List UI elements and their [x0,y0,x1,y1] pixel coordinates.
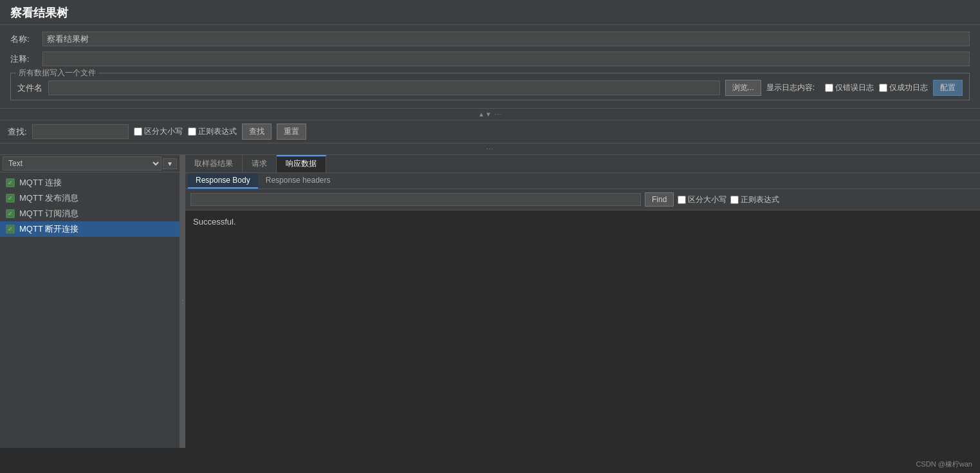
error-log-option[interactable]: 仅错误日志 [825,82,874,93]
success-icon-1: ✓ [6,178,15,187]
response-find-button[interactable]: Find [645,192,674,207]
sub-tab-response-headers[interactable]: Response headers [258,173,338,189]
name-row: 名称: [10,29,970,49]
name-label: 名称: [10,33,42,45]
divider-dots-2: ··· [486,145,494,153]
resize-handle[interactable]: ⋮ [180,155,185,448]
tree-item[interactable]: ✓ MQTT 订阅消息 [0,206,180,221]
sub-tabs-bar: Response Body Response headers [185,173,980,189]
tabs-bar: 取样器结果 请求 响应数据 [185,155,980,173]
response-body: Successful. [185,210,980,448]
left-toolbar: Text JSON XML HTML ▼ [0,155,180,172]
view-type-dropdown[interactable]: Text JSON XML HTML [3,156,162,171]
success-log-checkbox[interactable] [879,84,887,92]
tree-item-label-4: MQTT 断开连接 [19,223,79,235]
tab-sampler-results[interactable]: 取样器结果 [185,155,243,172]
response-regex-option[interactable]: 正则表达式 [730,194,779,205]
page-title: 察看结果树 [10,6,68,19]
response-body-text: Successful. [193,217,236,227]
find-button[interactable]: 查找 [242,124,272,140]
comment-label: 注释: [10,53,42,65]
tab-response-data[interactable]: 响应数据 [277,155,326,172]
name-input[interactable] [42,32,970,46]
filename-label: 文件名 [17,82,43,94]
search-label: 查找: [8,126,27,138]
tree-list: ✓ MQTT 连接 ✓ MQTT 发布消息 ✓ MQTT 订阅消息 ✓ [0,172,180,448]
main-content: Text JSON XML HTML ▼ ✓ MQTT 连接 ✓ MQTT 发布… [0,155,980,448]
response-regex-label: 正则表达式 [741,194,779,205]
regex-option[interactable]: 正则表达式 [188,126,237,137]
dropdown-arrow-button[interactable]: ▼ [163,158,177,169]
tree-item-label-1: MQTT 连接 [19,177,62,189]
case-sensitive-checkbox[interactable] [134,127,142,136]
regex-label: 正则表达式 [198,126,237,137]
case-sensitive-option[interactable]: 区分大小写 [134,126,183,137]
error-log-checkbox[interactable] [825,84,833,92]
right-panel: 取样器结果 请求 响应数据 Response Body Response hea… [185,155,980,448]
file-row: 文件名 浏览... 显示日志内容: 仅错误日志 仅成功日志 配置 [17,80,963,96]
browse-button[interactable]: 浏览... [725,80,761,96]
success-icon-2: ✓ [6,194,15,203]
tree-item-icon-2: ✓ [5,193,15,203]
success-log-label: 仅成功日志 [889,82,928,93]
tab-request[interactable]: 请求 [243,155,277,172]
file-group: 所有数据写入一个文件 文件名 浏览... 显示日志内容: 仅错误日志 仅成功日志… [10,73,970,100]
case-sensitive-label: 区分大小写 [144,126,183,137]
log-display-label: 显示日志内容: [766,82,815,93]
response-case-sensitive-checkbox[interactable] [678,196,686,204]
form-section: 名称: 注释: 所有数据写入一个文件 文件名 浏览... 显示日志内容: 仅错误… [0,25,980,109]
page-header: 察看结果树 [0,0,980,25]
resize-dots: ⋮ [180,299,185,304]
find-input[interactable] [190,193,641,206]
comment-row: 注释: [10,49,970,69]
search-input[interactable] [32,124,129,139]
tree-item-icon-3: ✓ [5,209,15,219]
regex-checkbox[interactable] [188,127,196,136]
log-options: 仅错误日志 仅成功日志 [825,82,928,93]
response-regex-checkbox[interactable] [730,196,739,204]
success-icon-3: ✓ [6,209,15,218]
comment-input[interactable] [42,51,970,66]
response-case-sensitive-label: 区分大小写 [688,194,726,205]
footer-text: CSDN @橡柠wan [916,460,972,468]
config-button[interactable]: 配置 [933,80,963,96]
tree-item[interactable]: ✓ MQTT 发布消息 [0,190,180,206]
reset-button[interactable]: 重置 [277,124,306,140]
divider-bar-1[interactable]: ▲▼ ··· [0,109,980,120]
response-case-sensitive-option[interactable]: 区分大小写 [678,194,726,205]
error-log-label: 仅错误日志 [835,82,874,93]
footer: CSDN @橡柠wan [916,459,972,469]
tree-item[interactable]: ✓ MQTT 连接 [0,175,180,190]
success-icon-4: ✓ [6,225,15,234]
sub-tab-response-body[interactable]: Response Body [188,173,258,189]
tree-item-label-3: MQTT 订阅消息 [19,208,79,219]
file-group-legend: 所有数据写入一个文件 [16,68,98,79]
left-panel: Text JSON XML HTML ▼ ✓ MQTT 连接 ✓ MQTT 发布… [0,155,180,448]
divider-bar-2[interactable]: ··· [0,144,980,155]
search-bar: 查找: 区分大小写 正则表达式 查找 重置 [0,120,980,144]
filename-input[interactable] [48,80,720,95]
tree-item-icon-1: ✓ [5,178,15,188]
response-toolbar: Find 区分大小写 正则表达式 [185,189,980,210]
divider-dots-1: ▲▼ ··· [478,111,502,118]
success-log-option[interactable]: 仅成功日志 [879,82,928,93]
tree-item-selected[interactable]: ✓ MQTT 断开连接 [0,221,180,237]
tree-item-icon-4: ✓ [5,224,15,234]
tree-item-label-2: MQTT 发布消息 [19,192,79,204]
